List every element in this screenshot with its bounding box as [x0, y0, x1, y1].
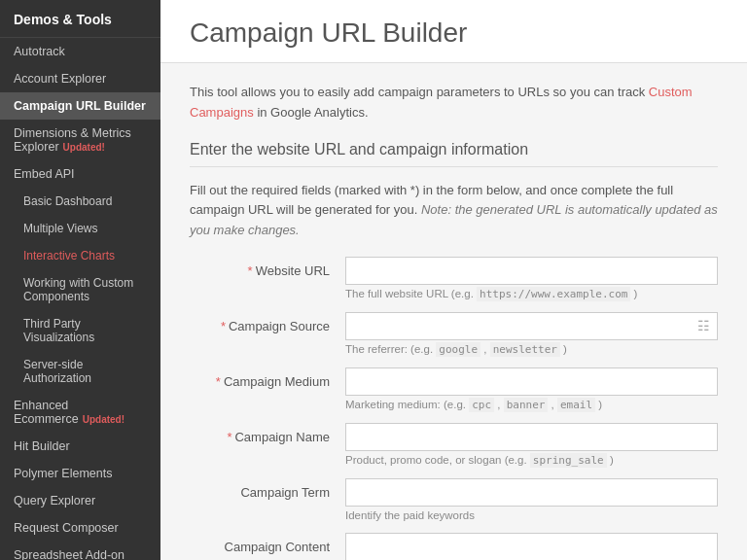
field-row-campaign-source: *Campaign Source ☷ The referrer: (e.g. g…: [190, 312, 718, 356]
sidebar-item-server-side[interactable]: Server-side Authorization: [0, 351, 160, 392]
campaign-name-input[interactable]: [345, 423, 718, 451]
campaign-medium-input[interactable]: [345, 368, 718, 396]
field-row-campaign-content: Campaign Content Use to differentiate ad…: [190, 533, 718, 560]
field-row-campaign-name: *Campaign Name Product, promo code, or s…: [190, 423, 718, 467]
page-title: Campaign URL Builder: [190, 18, 718, 49]
sidebar-item-working-custom[interactable]: Working with Custom Components: [0, 269, 160, 310]
campaign-term-input[interactable]: [345, 478, 718, 507]
required-star-campaign-medium: *: [216, 374, 221, 389]
intro-text-start: This tool allows you to easily add campa…: [190, 85, 649, 99]
label-campaign-source: *Campaign Source: [190, 312, 345, 333]
sidebar-item-account-explorer[interactable]: Account Explorer: [0, 65, 160, 92]
sidebar-item-hit-builder[interactable]: Hit Builder: [0, 433, 160, 460]
calendar-icon: ☷: [697, 318, 710, 333]
sidebar-item-campaign-url-builder[interactable]: Campaign URL Builder: [0, 92, 160, 120]
main-content: Campaign URL Builder This tool allows yo…: [160, 0, 747, 560]
field-row-campaign-medium: *Campaign Medium Marketing medium: (e.g.…: [190, 368, 718, 411]
label-campaign-term: Campaign Term: [190, 478, 345, 500]
input-col-campaign-name: Product, promo code, or slogan (e.g. spr…: [345, 423, 718, 467]
ecommerce-updated-badge: Updated!: [83, 414, 124, 425]
sidebar-item-spreadsheet-add-on[interactable]: Spreadsheet Add-on: [0, 542, 160, 560]
required-star-campaign-name: *: [227, 430, 231, 444]
hint-campaign-name: Product, promo code, or slogan (e.g. spr…: [345, 454, 718, 467]
input-col-campaign-source: ☷ The referrer: (e.g. google , newslette…: [345, 312, 718, 356]
field-row-website-url: *Website URL The full website URL (e.g. …: [190, 257, 718, 300]
sidebar-item-request-composer[interactable]: Request Composer: [0, 514, 160, 542]
input-col-website-url: The full website URL (e.g. https://www.e…: [345, 257, 718, 300]
content-area: This tool allows you to easily add campa…: [160, 63, 747, 560]
label-campaign-content: Campaign Content: [190, 533, 345, 554]
section-heading: Enter the website URL and campaign infor…: [190, 141, 718, 167]
page-title-area: Campaign URL Builder: [160, 0, 747, 63]
required-star-website-url: *: [248, 263, 253, 278]
sidebar-item-polymer-elements[interactable]: Polymer Elements: [0, 460, 160, 487]
dimensions-updated-badge: Updated!: [63, 142, 105, 153]
intro-text: This tool allows you to easily add campa…: [190, 83, 718, 123]
sidebar-item-dimensions-metrics[interactable]: Dimensions & Metrics ExplorerUpdated!: [0, 120, 160, 160]
sidebar-item-multiple-views[interactable]: Multiple Views: [0, 215, 160, 242]
campaign-content-input[interactable]: [345, 533, 718, 560]
hint-campaign-medium: Marketing medium: (e.g. cpc , banner , e…: [345, 399, 718, 411]
sidebar-header: Demos & Tools: [0, 0, 160, 38]
sidebar-item-third-party[interactable]: Third Party Visualizations: [0, 310, 160, 351]
required-star-campaign-source: *: [221, 319, 226, 333]
intro-text-end: in Google Analytics.: [254, 105, 369, 120]
hint-campaign-term: Identify the paid keywords: [345, 509, 718, 521]
sidebar-item-enhanced-ecommerce[interactable]: Enhanced EcommerceUpdated!: [0, 392, 160, 433]
sidebar-item-interactive-charts[interactable]: Interactive Charts: [0, 242, 160, 269]
website-url-input[interactable]: [345, 257, 718, 285]
label-campaign-medium: *Campaign Medium: [190, 368, 345, 389]
sidebar-item-basic-dashboard[interactable]: Basic Dashboard: [0, 188, 160, 215]
hint-campaign-source: The referrer: (e.g. google , newsletter …: [345, 343, 718, 356]
hint-website-url: The full website URL (e.g. https://www.e…: [345, 288, 718, 300]
input-col-campaign-term: Identify the paid keywords: [345, 478, 718, 521]
label-website-url: *Website URL: [190, 257, 345, 278]
input-col-campaign-medium: Marketing medium: (e.g. cpc , banner , e…: [345, 368, 718, 411]
sidebar-item-query-explorer[interactable]: Query Explorer: [0, 487, 160, 514]
form-description: Fill out the required fields (marked wit…: [190, 181, 718, 241]
label-campaign-name: *Campaign Name: [190, 423, 345, 444]
field-row-campaign-term: Campaign Term Identify the paid keywords: [190, 478, 718, 521]
input-col-campaign-content: Use to differentiate ads: [345, 533, 718, 560]
sidebar: Demos & Tools Autotrack Account Explorer…: [0, 0, 160, 560]
campaign-source-input-wrapper: ☷: [345, 312, 718, 340]
sidebar-item-embed-api[interactable]: Embed API: [0, 160, 160, 188]
sidebar-item-autotrack[interactable]: Autotrack: [0, 38, 160, 65]
enhanced-ecommerce-label: Enhanced Ecommerce: [14, 399, 79, 426]
campaign-source-input[interactable]: [345, 312, 718, 340]
